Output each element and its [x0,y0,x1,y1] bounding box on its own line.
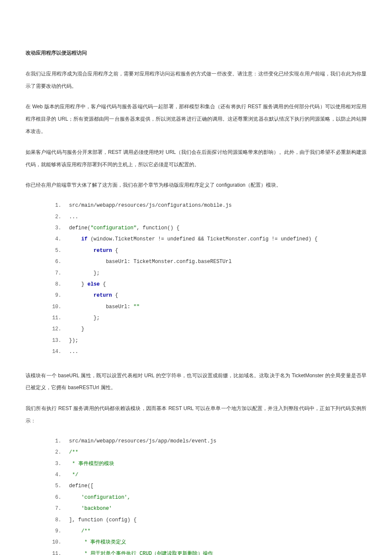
code-string: "configuration" [90,225,136,231]
code-block-1: 1.src/main/webapp/resources/js/configura… [47,200,366,357]
code-seg: { [100,281,106,287]
line-number: 3. [47,223,61,234]
paragraph-3: 如果客户端代码与服务分开来部署，REST 调用必须使用绝对 URL（我们会在后面… [26,146,366,171]
line-number: 5. [47,480,61,491]
code-line: 11. * 用于对单个事件执行 CRUD（创建读取更新删除）操作 [47,548,366,555]
code-seg: baseUrl: [69,304,133,310]
line-number: 10. [47,301,61,312]
code-line: 10. * 事件模块类定义 [47,537,366,548]
code-keyword: else [87,281,100,287]
code-comment: /** [69,447,78,458]
code-text: baseUrl: TicketMonster.config.baseRESTUr… [69,256,232,267]
line-number: 4. [47,234,61,245]
code-text: }); [69,335,78,346]
line-number: 2. [47,447,61,458]
code-seg: { [112,292,118,298]
code-text: } [69,324,84,335]
code-line: 2./** [47,447,366,458]
code-line: 3. * 事件模型的模块 [47,458,366,469]
code-line: 9. /** [47,526,366,537]
code-comment: * 用于对单个事件执行 CRUD（创建读取更新删除）操作 [69,548,213,555]
code-line: 5.define([ [47,480,366,491]
line-number: 13. [47,335,61,346]
section-heading: 改动应用程序以便远程访问 [26,47,366,59]
line-number: 1. [47,436,61,447]
line-number: 14. [47,346,61,357]
code-seg: , function() { [136,225,179,231]
code-text: define("configuration", function() { [69,223,179,234]
code-comment: * 事件模型的模块 [69,458,114,469]
code-line: 3.define("configuration", function() { [47,223,366,234]
code-text: ... [69,211,78,223]
code-line: 12. } [47,324,366,335]
line-number: 9. [47,290,61,301]
line-number: 2. [47,211,61,223]
code-text: define([ [69,480,94,491]
line-number: 8. [47,279,61,290]
code-text: ... [69,346,78,357]
code-block-2: 1.src/main/webapp/resources/js/app/model… [47,436,366,555]
code-seg [69,236,81,242]
code-line: 14.... [47,346,366,357]
code-comment: */ [69,469,78,480]
code-line: 9. return { [47,290,366,301]
line-number: 6. [47,256,61,267]
line-number: 7. [47,268,61,279]
paragraph-6: 我们所有执行 REST 服务调用的代码都依赖该模块，因而基本 REST URL … [26,402,366,427]
code-line: 8.], function (config) { [47,515,366,526]
code-seg: (window.TicketMonster != undefined && Ti… [87,236,317,242]
code-line: 6. 'configuration', [47,492,366,503]
line-number: 11. [47,548,61,555]
code-line: 11. }; [47,312,366,324]
code-text: return { [69,290,118,301]
code-text: src/main/webapp/resources/js/configurati… [69,200,232,211]
code-text: ], function (config) { [69,515,136,526]
code-line: 6. baseUrl: TicketMonster.config.baseRES… [47,256,366,267]
paragraph-5: 该模块有一个 baseURL 属性，既可以设置代表相对 URL 的空字符串，也可… [26,370,366,394]
code-seg [69,248,94,254]
line-number: 3. [47,458,61,469]
code-keyword: return [94,248,112,254]
paragraph-2: 在 Web 版本的应用程序中，客户端代码与服务器端代码一起部署，那样模型和集合（… [26,101,366,137]
document-page: 改动应用程序以便远程访问 在我们让应用程序成为混合应用程序之前，需要对应用程序访… [0,0,392,555]
line-number: 6. [47,492,61,503]
code-line: 10. baseUrl: "" [47,301,366,312]
code-seg: { [112,248,118,254]
code-seg: } [69,281,87,287]
code-line: 8. } else { [47,279,366,290]
code-text: baseUrl: "" [69,301,140,312]
code-line: 1.src/main/webapp/resources/js/app/model… [47,436,366,447]
code-line: 13.}); [47,335,366,346]
line-number: 11. [47,312,61,324]
code-line: 7. }; [47,268,366,279]
paragraph-1: 在我们让应用程序成为混合应用程序之前，需要对应用程序访问远程服务的方式做一些改变… [26,68,366,92]
code-string: 'backbone' [69,503,112,514]
line-number: 5. [47,245,61,256]
code-line: 7. 'backbone' [47,503,366,514]
code-line: 2.... [47,211,366,223]
line-number: 9. [47,526,61,537]
code-line: 1.src/main/webapp/resources/js/configura… [47,200,366,211]
code-keyword: if [81,236,87,242]
line-number: 7. [47,503,61,514]
code-string: 'configuration', [69,492,130,503]
code-comment: /** [69,526,90,537]
code-seg [69,292,94,298]
code-string: "" [133,304,139,310]
code-keyword: return [94,292,112,298]
line-number: 4. [47,469,61,480]
code-text: src/main/webapp/resources/js/app/models/… [69,436,216,447]
code-line: 5. return { [47,245,366,256]
code-text: }; [69,312,100,324]
line-number: 1. [47,200,61,211]
code-text: return { [69,245,118,256]
line-number: 12. [47,324,61,335]
code-line: 4. */ [47,469,366,480]
code-seg: define( [69,225,90,231]
code-text: if (window.TicketMonster != undefined &&… [69,234,317,245]
line-number: 8. [47,515,61,526]
code-text: }; [69,268,100,279]
code-comment: * 事件模块类定义 [69,537,126,548]
code-line: 4. if (window.TicketMonster != undefined… [47,234,366,245]
paragraph-4: 你已经在用户前端章节大体了解了这方面，我们在那个章节为移动版应用程序定义了 co… [26,179,366,191]
